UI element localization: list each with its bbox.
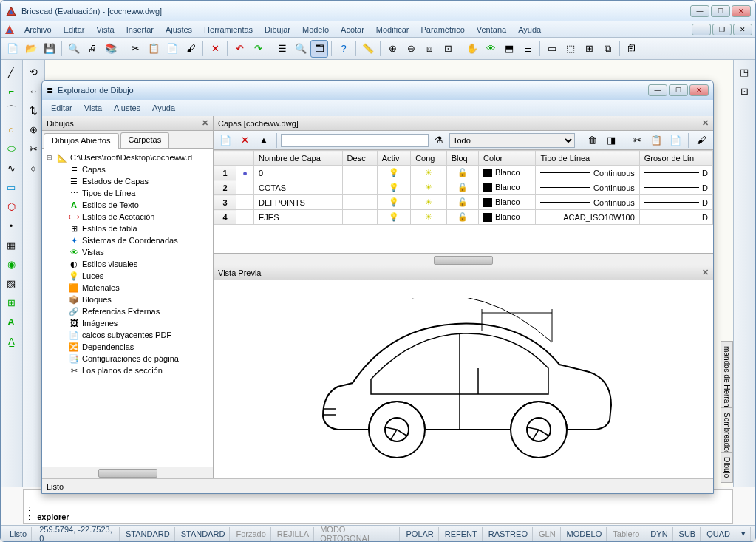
- new-layer-icon[interactable]: 📄: [217, 132, 234, 149]
- tree-item-dim-style[interactable]: ⟷ Estilos de Acotación: [45, 211, 210, 223]
- explorer-icon[interactable]: 🔍: [292, 40, 310, 58]
- tree-item-layer-states[interactable]: ☰ Estados de Capas: [45, 175, 210, 187]
- col-8[interactable]: Tipo de Línea: [536, 151, 639, 166]
- minimize-button[interactable]: —: [690, 5, 709, 17]
- sun-icon[interactable]: ☀: [411, 180, 447, 195]
- menu-paramétrico[interactable]: Paramétrico: [415, 24, 470, 35]
- cut-icon[interactable]: ✂: [126, 40, 144, 58]
- help-icon[interactable]: ?: [335, 40, 353, 58]
- modify-2-icon[interactable]: ↔: [24, 82, 42, 100]
- ucs-icon[interactable]: ⬒: [500, 40, 518, 58]
- maximize-button[interactable]: ☐: [711, 5, 730, 17]
- layer-row[interactable]: 2 COTAS 💡 ☀ 🔓 Blanco Continuous D: [214, 180, 713, 195]
- col-5[interactable]: Cong: [411, 151, 447, 166]
- col-4[interactable]: Activ: [377, 151, 411, 166]
- col-6[interactable]: Bloq: [446, 151, 478, 166]
- col-2[interactable]: Nombre de Capa: [254, 151, 343, 166]
- polyline-icon[interactable]: ⌐: [2, 82, 20, 100]
- ellipse-icon[interactable]: ⬭: [2, 140, 20, 157]
- point-icon[interactable]: •: [2, 217, 20, 234]
- zoom-extents-icon[interactable]: ⊡: [439, 40, 457, 58]
- col-1[interactable]: [236, 151, 254, 166]
- view-icon[interactable]: 👁: [482, 40, 500, 58]
- list-icon[interactable]: ☰: [273, 40, 291, 58]
- arc-icon[interactable]: ⌒: [2, 101, 20, 119]
- bulb-icon[interactable]: 💡: [377, 166, 411, 180]
- layer-row[interactable]: 1 ● 0 💡 ☀ 🔓 Blanco Continuous D: [214, 166, 713, 180]
- line-icon[interactable]: ╱: [2, 63, 20, 81]
- tree-item-images[interactable]: 🖼 Imágenes: [45, 317, 210, 329]
- tool-e-icon[interactable]: 🗐: [623, 40, 641, 58]
- zoom-out-icon[interactable]: ⊖: [402, 40, 420, 58]
- modify-1-icon[interactable]: ⟲: [24, 63, 42, 81]
- boundary-icon[interactable]: ▧: [2, 274, 20, 292]
- lock-icon[interactable]: 🔓: [446, 210, 478, 225]
- status-menu-icon[interactable]: ▾: [737, 527, 751, 541]
- lock-icon[interactable]: 🔓: [446, 195, 478, 210]
- menu-dibujar[interactable]: Dibujar: [259, 24, 296, 35]
- open-icon[interactable]: 📂: [22, 40, 40, 58]
- undo-icon[interactable]: ↶: [231, 40, 248, 58]
- tool-d-icon[interactable]: ⧉: [599, 40, 616, 58]
- col-9[interactable]: Grosor de Lín: [639, 151, 712, 166]
- status-quad[interactable]: QUAD: [702, 527, 735, 541]
- invert-icon[interactable]: ◨: [602, 132, 620, 149]
- sun-icon[interactable]: ☀: [411, 195, 447, 210]
- side-tab-draw[interactable]: Dibujo: [721, 452, 733, 483]
- tree-item-text-style[interactable]: A Estilos de Texto: [45, 199, 210, 211]
- layers-panel-close-icon[interactable]: ✕: [702, 118, 709, 128]
- status-modelo[interactable]: MODELO: [562, 527, 607, 541]
- copy-layer-icon[interactable]: 📋: [647, 132, 665, 149]
- status-gln[interactable]: GLN: [534, 527, 561, 541]
- tree-item-materials[interactable]: 🟧 Materiales: [45, 282, 210, 294]
- sun-icon[interactable]: ☀: [411, 166, 447, 180]
- tree-root[interactable]: ⊟ 📐 C:\Users\root\Desktop\cocheww.d: [45, 152, 210, 163]
- doc-minimize-button[interactable]: —: [692, 24, 711, 35]
- rtool-2-icon[interactable]: ⊡: [735, 82, 753, 100]
- layers-table[interactable]: Nombre de CapaDescActivCongBloqColorTipo…: [214, 150, 713, 225]
- menu-insertar[interactable]: Insertar: [120, 24, 160, 35]
- tree-item-linetype[interactable]: ⋯ Tipos de Línea: [45, 187, 210, 199]
- status-tablero[interactable]: Tablero: [608, 527, 644, 541]
- explorer-maximize-button[interactable]: ☐: [669, 84, 688, 96]
- status-std1[interactable]: STANDARD: [121, 527, 175, 541]
- layer-filter-input[interactable]: [281, 134, 429, 147]
- menu-editar[interactable]: Editar: [58, 24, 91, 35]
- filter-icon[interactable]: ⚗: [430, 132, 448, 149]
- zoom-in-icon[interactable]: ⊕: [384, 40, 401, 58]
- copy-icon[interactable]: 📋: [145, 40, 163, 58]
- tree-item-visual-style[interactable]: ◐ Estilos visuales: [45, 258, 210, 270]
- menu-vista[interactable]: Vista: [90, 24, 120, 35]
- status-sub[interactable]: SUB: [675, 527, 701, 541]
- status-dyn[interactable]: DYN: [646, 527, 672, 541]
- measure-icon[interactable]: 📏: [359, 40, 377, 58]
- status-rastreo[interactable]: RASTREO: [484, 527, 533, 541]
- menu-herramientas[interactable]: Herramientas: [198, 24, 259, 35]
- tree-item-lights[interactable]: 💡 Luces: [45, 270, 210, 282]
- close-button[interactable]: ✕: [732, 5, 751, 17]
- layer-filter-select[interactable]: Todo: [449, 133, 575, 148]
- status-rejilla[interactable]: REJILLA: [273, 527, 314, 541]
- sun-icon[interactable]: ☀: [411, 210, 447, 225]
- tool-b-icon[interactable]: ⬚: [562, 40, 579, 58]
- bulb-icon[interactable]: 💡: [377, 210, 411, 225]
- modify-3-icon[interactable]: ⇅: [24, 101, 42, 119]
- tree-item-xref[interactable]: 🔗 Referencias Externas: [45, 305, 210, 317]
- status-std2[interactable]: STANDARD: [177, 527, 231, 541]
- print-icon[interactable]: 🖨: [84, 40, 101, 58]
- col-3[interactable]: Desc: [342, 151, 377, 166]
- tree-item-section[interactable]: ✂ Los planos de sección: [45, 365, 210, 376]
- purge-icon[interactable]: ▲: [255, 132, 273, 149]
- drawings-tree[interactable]: ⊟ 📐 C:\Users\root\Desktop\cocheww.d ≣ Ca…: [42, 149, 213, 467]
- text-icon[interactable]: A: [2, 313, 20, 331]
- new-icon[interactable]: 📄: [4, 40, 21, 58]
- circle-icon[interactable]: ○: [2, 121, 20, 138]
- layer-row[interactable]: 3 DEFPOINTS 💡 ☀ 🔓 Blanco Continuous D: [214, 195, 713, 210]
- doc-close-button[interactable]: ✕: [733, 24, 752, 35]
- explorer-menu-ayuda[interactable]: Ayuda: [146, 102, 181, 114]
- tree-item-deps[interactable]: 🔀 Dependencias: [45, 341, 210, 353]
- tree-item-views[interactable]: 👁 Vistas: [45, 246, 210, 258]
- modify-4-icon[interactable]: ⊕: [24, 121, 42, 138]
- tree-item-layers[interactable]: ≣ Capas: [45, 163, 210, 175]
- tree-item-table-style[interactable]: ⊞ Estilos de tabla: [45, 223, 210, 234]
